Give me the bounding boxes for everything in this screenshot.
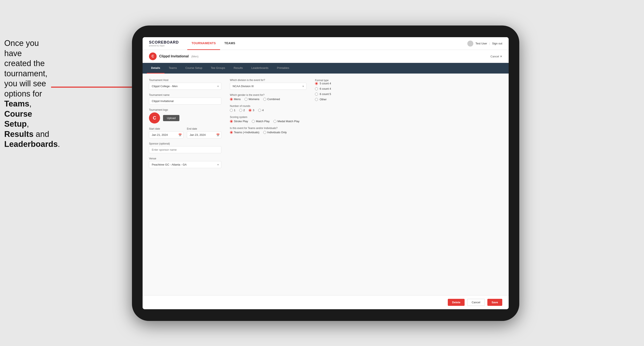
name-input[interactable] [149,98,221,105]
rounds-radio-3-input[interactable] [248,109,252,112]
rounds-group: Number of rounds 1 2 3 [230,105,306,112]
gender-radio-mens-input[interactable] [230,98,233,101]
nav-tournaments[interactable]: TOURNAMENTS [187,37,220,50]
gender-radio-combined-input[interactable] [263,98,266,101]
format-label: Format type [315,79,328,82]
rounds-radio-2[interactable]: 2 [239,109,245,112]
scoring-radio-group: Stroke Play Match Play Medal Match Play [230,120,306,123]
rounds-radio-2-input[interactable] [239,109,242,112]
scoring-radio-stroke-input[interactable] [230,120,233,123]
host-select-wrapper: Clippd College - Men ▼ [149,83,221,90]
logo-upload-area: C Upload [149,112,221,124]
tablet-frame: SCOREBOARD powered by clippd TOURNAMENTS… [132,25,519,321]
format-radio-6count4[interactable] [315,87,318,90]
scoring-radio-stroke[interactable]: Stroke Play [230,120,248,123]
format-option-6count4: 6 count 4 [315,87,502,90]
division-select[interactable]: NCAA Division III [230,83,306,90]
bottom-bar: Delete Cancel Save [142,295,509,309]
end-date-calendar-icon: 📅 [216,133,220,137]
sponsor-label: Sponsor (optional) [149,142,221,145]
scoring-radio-medal-match[interactable]: Medal Match Play [274,120,300,123]
format-radio-5count4[interactable] [315,82,318,85]
nav-teams[interactable]: TEAMS [220,37,240,50]
tab-details[interactable]: Details [147,63,164,74]
logo-label: Tournament logo [149,108,221,111]
scoring-radio-match[interactable]: Match Play [252,120,270,123]
teams-label: Is this event for Teams and/or Individua… [230,127,306,130]
venue-select[interactable]: Peachtree GC - Atlanta - GA [149,161,221,168]
tab-results[interactable]: Results [230,63,247,74]
rounds-radio-3[interactable]: 3 [248,109,254,112]
logo-group: Tournament logo C Upload [149,108,221,124]
cancel-button-footer[interactable]: Cancel [467,299,484,306]
tab-bar: Details Teams Course Setup Tee Groups Re… [142,63,509,74]
gender-radio-combined[interactable]: Combined [263,98,280,101]
teams-group: Is this event for Teams and/or Individua… [230,127,306,134]
date-group: Start date 📅 End date 📅 [149,127,221,138]
logo-scoreboard: SCOREBOARD [149,40,179,45]
tournament-name: Clippd Invitational [159,54,189,58]
scoring-radio-medal-match-input[interactable] [274,120,276,123]
cancel-button-header[interactable]: Cancel ✕ [490,55,502,58]
sponsor-group: Sponsor (optional) [149,142,221,153]
teams-radio-teams-input[interactable] [230,131,233,134]
end-date-wrapper: 📅 [187,131,221,138]
venue-group: Venue Peachtree GC - Atlanta - GA ▼ [149,157,221,168]
delete-button[interactable]: Delete [448,299,464,306]
pipe-separator: | [489,42,490,45]
tournament-logo-circle: C [149,52,157,60]
tournament-gender-tag: (Men) [191,55,198,58]
gender-radio-mens[interactable]: Mens [230,98,241,101]
middle-column: Which division is the event for? NCAA Di… [230,79,306,290]
sponsor-input[interactable] [149,146,221,153]
tab-leaderboards[interactable]: Leaderboards [247,63,273,74]
cancel-x-icon: ✕ [500,55,502,58]
rounds-radio-4-input[interactable] [258,109,261,112]
rounds-radio-1-input[interactable] [230,109,233,112]
top-navbar: SCOREBOARD powered by clippd TOURNAMENTS… [142,37,509,50]
sign-out-link[interactable]: Sign out [492,42,502,45]
logo-preview-circle: C [149,112,160,124]
teams-radio-individuals[interactable]: Individuals Only [263,131,287,134]
start-date-wrapper: 📅 [149,131,184,138]
user-avatar [467,41,473,46]
division-select-wrapper: NCAA Division III ▼ [230,83,306,90]
division-label: Which division is the event for? [230,79,306,82]
tab-teams[interactable]: Teams [164,63,181,74]
gender-radio-group: Mens Womens Combined [230,98,306,101]
end-date-label: End date [187,127,221,130]
gender-group: Which gender is the event for? Mens Wome… [230,94,306,101]
venue-label: Venue [149,157,221,160]
start-date-calendar-icon: 📅 [178,133,182,137]
teams-radio-teams[interactable]: Teams (+Individuals) [230,131,260,134]
user-area: Test User | Sign out [467,41,502,46]
name-label: Tournament name [149,94,221,97]
left-column: Tournament Host Clippd College - Men ▼ T… [149,79,221,290]
upload-button[interactable]: Upload [163,115,180,121]
tab-tee-groups[interactable]: Tee Groups [206,63,229,74]
rounds-radio-4[interactable]: 4 [258,109,264,112]
name-group: Tournament name [149,94,221,105]
teams-radio-individuals-input[interactable] [263,131,266,134]
tab-printables[interactable]: Printables [273,63,294,74]
scoring-label: Scoring system [230,116,306,119]
format-radio-6count5[interactable] [315,93,318,96]
host-select[interactable]: Clippd College - Men [149,83,221,90]
tournament-title-row: C Clippd Invitational (Men) [149,52,198,60]
date-row: Start date 📅 End date 📅 [149,127,221,138]
scoring-radio-match-input[interactable] [252,120,255,123]
gender-radio-womens[interactable]: Womens [244,98,260,101]
start-date-label: Start date [149,127,184,130]
user-name[interactable]: Test User [476,42,487,45]
tab-course-setup[interactable]: Course Setup [181,63,207,74]
rounds-radio-group: 1 2 3 4 [230,109,306,112]
rounds-radio-1[interactable]: 1 [230,109,236,112]
tournament-header: C Clippd Invitational (Men) Cancel ✕ [142,50,509,63]
scoring-group: Scoring system Stroke Play Match Play [230,116,306,123]
format-radio-other[interactable] [315,98,318,101]
gender-radio-womens-input[interactable] [244,98,248,101]
cancel-label: Cancel [490,55,499,58]
save-button[interactable]: Save [487,299,502,306]
gender-label: Which gender is the event for? [230,94,306,97]
logo-sub: powered by clippd [149,45,179,47]
